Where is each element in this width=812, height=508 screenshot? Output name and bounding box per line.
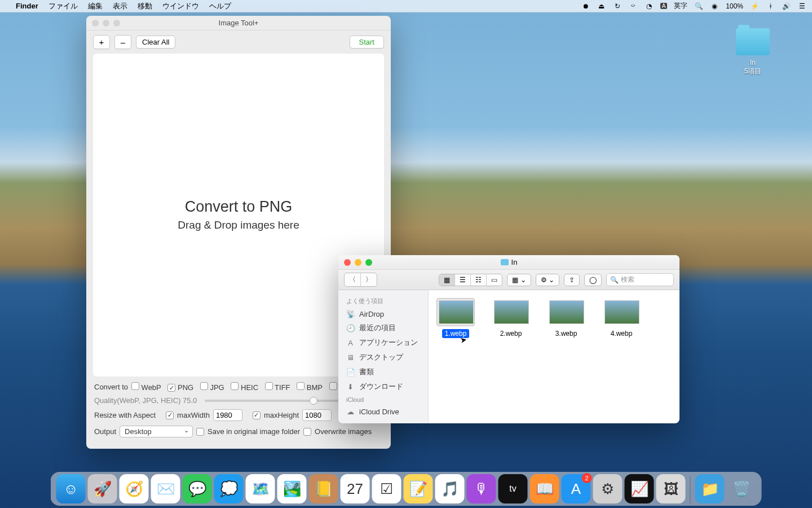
desktop-folder-in[interactable]: In 5項目 — [736, 28, 770, 76]
format-checkbox-png[interactable] — [167, 384, 175, 392]
format-checkbox-webp[interactable] — [131, 382, 139, 390]
music-icon: 🎵 — [441, 480, 459, 498]
dock-settings[interactable]: ⚙ — [593, 474, 623, 503]
menu-view[interactable]: 表示 — [113, 1, 127, 11]
input-mode[interactable]: 英字 — [674, 1, 687, 11]
output-select[interactable]: Desktop — [120, 426, 193, 437]
search-field[interactable]: 🔍 検索 — [606, 273, 674, 286]
reminders-icon: ☑ — [380, 480, 393, 498]
icon-view-button[interactable]: ▦ — [439, 274, 455, 286]
file-item[interactable]: 2.webp — [492, 298, 530, 338]
file-item[interactable]: 4.webp — [602, 298, 641, 338]
menu-window[interactable]: ウインドウ — [162, 1, 199, 11]
clock-icon[interactable]: ◔ — [645, 2, 654, 11]
screenrecord-icon[interactable]: ⏺ — [581, 2, 590, 11]
maxheight-label: maxHeight — [264, 411, 299, 419]
input-source-badge[interactable]: A — [660, 3, 668, 9]
dock-reminders[interactable]: ☑ — [372, 474, 401, 503]
add-button[interactable]: + — [93, 35, 110, 49]
clear-all-button[interactable]: Clear All — [136, 36, 175, 49]
quality-slider[interactable] — [205, 400, 354, 402]
menubar-app[interactable]: Finder — [16, 2, 38, 10]
titlebar[interactable]: Image Tool+ — [86, 16, 391, 30]
battery-icon: ⚡ — [750, 2, 759, 11]
maxheight-input[interactable] — [302, 409, 332, 421]
finder-titlebar[interactable]: In — [338, 255, 679, 270]
dock-downloads[interactable]: 📁 — [695, 474, 725, 503]
eject-icon[interactable]: ⏏ — [597, 2, 606, 11]
menu-help[interactable]: ヘルプ — [209, 1, 231, 11]
dock-messages[interactable]: 💬 — [183, 474, 212, 503]
dock-contacts[interactable]: 📒 — [309, 474, 338, 503]
gallery-view-button[interactable]: ▭ — [487, 274, 502, 286]
dock-mail[interactable]: ✉️ — [151, 474, 180, 503]
sidebar-item-iCloud Drive[interactable]: ☁iCloud Drive — [338, 405, 428, 418]
siri-icon[interactable]: ◉ — [710, 2, 719, 11]
dock-safari[interactable]: 🧭 — [120, 474, 149, 503]
start-button[interactable]: Start — [350, 36, 384, 49]
dock-launchpad[interactable]: 🚀 — [88, 474, 117, 503]
format-checkbox-heic[interactable] — [231, 382, 239, 390]
format-checkbox-tiff[interactable] — [265, 382, 273, 390]
sidebar-icon: 📡 — [346, 310, 355, 318]
maxheight-checkbox[interactable] — [253, 411, 261, 419]
dock-separator — [690, 476, 691, 503]
dock-podcasts[interactable]: 🎙 — [467, 474, 496, 503]
dock-books[interactable]: 📖 — [530, 474, 559, 503]
forward-button[interactable]: 〉 — [361, 273, 377, 286]
save-original-label: Save in original image folder — [208, 427, 300, 436]
sidebar-item-AirDrop[interactable]: 📡AirDrop — [338, 308, 428, 321]
sidebar-icon: 🕘 — [346, 324, 355, 332]
dock-activity[interactable]: 📈 — [625, 474, 654, 503]
dock-maps[interactable]: 🗺️ — [246, 474, 275, 503]
sidebar-item-ダウンロード[interactable]: ⬇ダウンロード — [338, 379, 428, 394]
dock-chat[interactable]: 💭 — [214, 474, 244, 503]
format-checkbox-jpg[interactable] — [200, 382, 208, 390]
share-button[interactable]: ⇪ — [564, 274, 580, 286]
menu-edit[interactable]: 編集 — [88, 1, 103, 11]
maxwidth-checkbox[interactable] — [166, 411, 174, 419]
tags-button[interactable]: ◯ — [584, 274, 602, 286]
timemachine-icon[interactable]: ↻ — [613, 2, 622, 11]
sidebar-item-デスクトップ[interactable]: 🖥デスクトップ — [338, 350, 428, 365]
maxwidth-label: maxWidth — [177, 411, 210, 419]
dock-music[interactable]: 🎵 — [435, 474, 465, 503]
menubar: Finder ファイル 編集 表示 移動 ウインドウ ヘルプ ⏺ ⏏ ↻ ⌔ ◔… — [0, 0, 812, 12]
format-label: JPG — [210, 383, 224, 392]
sidebar-item-最近の項目[interactable]: 🕘最近の項目 — [338, 321, 428, 335]
battery-pct[interactable]: 100% — [726, 2, 743, 10]
spotlight-icon[interactable]: 🔍 — [694, 2, 703, 11]
maxwidth-input[interactable] — [213, 409, 242, 421]
group-button[interactable]: ▦ ⌄ — [507, 274, 531, 286]
format-checkbox-gif[interactable] — [329, 382, 337, 390]
dock-finder[interactable]: ☺ — [56, 474, 86, 503]
menu-go[interactable]: 移動 — [138, 1, 152, 11]
dock-tv[interactable]: tv — [498, 474, 528, 503]
save-original-checkbox[interactable] — [196, 428, 204, 436]
format-checkbox-bmp[interactable] — [297, 382, 304, 390]
file-item[interactable]: 3.webp — [547, 298, 585, 338]
remove-button[interactable]: – — [114, 35, 131, 49]
launchpad-icon: 🚀 — [94, 480, 112, 498]
wifi-icon[interactable]: ⌔ — [629, 2, 638, 11]
bluetooth-icon[interactable]: ᚼ — [766, 2, 775, 11]
column-view-button[interactable]: ☷ — [471, 274, 487, 286]
sidebar-item-アプリケーション[interactable]: Aアプリケーション — [338, 335, 428, 350]
action-button[interactable]: ⚙ ⌄ — [536, 274, 559, 286]
overwrite-checkbox[interactable] — [303, 428, 311, 436]
sidebar-icon: 📄 — [346, 368, 355, 376]
list-view-button[interactable]: ☰ — [455, 274, 471, 286]
sidebar-item-書類[interactable]: 📄書類 — [338, 365, 428, 379]
dock-trash[interactable]: 🗑️ — [727, 474, 756, 503]
appstore-icon: A — [571, 480, 581, 498]
back-button[interactable]: 〈 — [345, 273, 361, 286]
dock-appstore[interactable]: A2 — [562, 474, 591, 503]
dock-preview[interactable]: 🖼 — [656, 474, 686, 503]
file-item[interactable]: 1.webp — [436, 298, 475, 338]
dock-calendar[interactable]: 27 — [341, 474, 370, 503]
dock-notes[interactable]: 📝 — [404, 474, 433, 503]
volume-icon[interactable]: 🔊 — [782, 2, 791, 11]
dock-photos[interactable]: 🏞️ — [277, 474, 307, 503]
notification-center-icon[interactable]: ☰ — [797, 2, 806, 11]
menu-file[interactable]: ファイル — [48, 1, 78, 11]
